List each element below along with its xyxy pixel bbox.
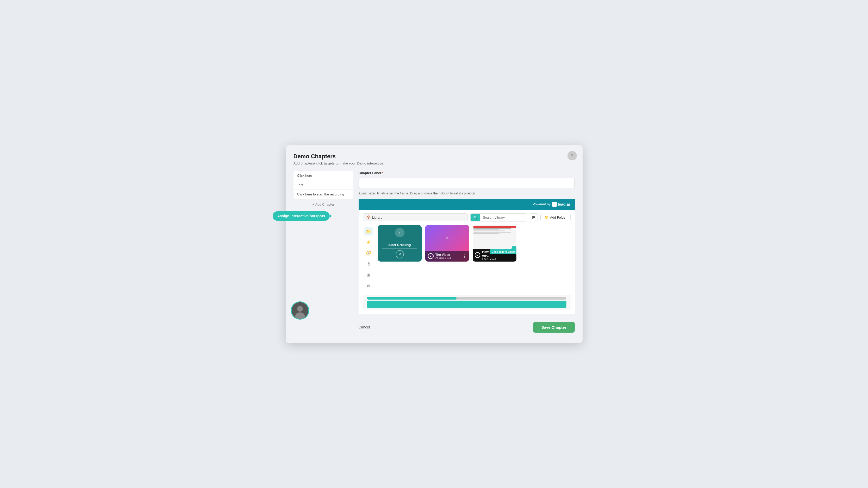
hint-text: Adjust video timeline set the frame. Dra…: [359, 192, 575, 195]
ss-bar: [473, 226, 516, 228]
screenshot-date: 6 APR 2023: [482, 257, 514, 260]
ss-row-4: [473, 232, 512, 232]
modal-title: Demo Chapters: [293, 153, 575, 160]
chapter-item-3[interactable]: Click here to start the recording: [293, 190, 353, 199]
card-start-creating-inner: ↑ Start Creating ↗: [378, 225, 422, 262]
card-video-inner: ▶ The Video 24 OCT 2024 ⋮: [425, 225, 469, 262]
cancel-button[interactable]: Cancel: [359, 325, 370, 329]
sidebar-icon-timer[interactable]: ⏱: [364, 260, 373, 268]
timeline-bar[interactable]: [367, 297, 566, 299]
share-icon-glyph: ↗: [398, 252, 401, 256]
timeline-section: [363, 295, 570, 310]
avatar-ring: [291, 301, 309, 320]
sidebar-icon-bolt[interactable]: ⚡: [364, 238, 373, 247]
card-video-title: The Video: [435, 253, 451, 257]
hotspot-tooltip: Assign interactive hotspots: [273, 212, 330, 221]
close-button[interactable]: ×: [567, 151, 577, 160]
grid-toggle-button[interactable]: ⊞: [530, 214, 538, 221]
modal-subtitle: Add chapters/ click targets to make your…: [293, 161, 575, 165]
chapter-label-input[interactable]: [359, 178, 575, 188]
ss-row-3: [473, 231, 505, 231]
save-chapter-button[interactable]: Save Chapter: [533, 322, 575, 333]
sidebar-icon-layers[interactable]: ⧉: [364, 282, 373, 290]
close-icon: ×: [570, 153, 574, 158]
sidebar-icons: 📁 ⚡ 🧭 ⏱ ⊞: [363, 225, 374, 292]
brand-u-text: u: [553, 203, 555, 206]
library-section: 🏠 Library 🔍 ⊞ 📁: [359, 210, 575, 314]
add-folder-button[interactable]: 📁 Add Folder: [540, 214, 570, 221]
compass-icon: 🧭: [366, 251, 371, 256]
ss-row-1: [473, 229, 512, 229]
sidebar-icon-compass[interactable]: 🧭: [364, 249, 373, 257]
chapter-list: Click here Test Click here to start the …: [293, 171, 353, 199]
media-cards-container: ↑ Start Creating ↗: [378, 225, 570, 262]
play-icon: ▶: [428, 253, 434, 259]
add-chapter-button[interactable]: + Add Chapter: [293, 202, 353, 206]
media-grid: 📁 ⚡ 🧭 ⏱ ⊞: [363, 225, 570, 295]
search-button[interactable]: 🔍: [471, 214, 480, 221]
right-panel: Chapter Label * Adjust video timeline se…: [359, 171, 575, 333]
search-icon: 🔍: [473, 216, 477, 219]
folder-icon-sidebar: 📁: [366, 229, 371, 234]
brand-u-icon: u: [552, 202, 557, 207]
modal-footer: Cancel Save Chapter: [359, 322, 575, 333]
library-path-label: Library: [372, 216, 382, 219]
screenshot-content: [473, 225, 517, 253]
avatar-svg: [292, 301, 308, 320]
modal-container: Demo Chapters Add chapters/ click target…: [286, 145, 583, 343]
click-text-video-badge: Click Text to Video: [490, 249, 517, 254]
screenshot-play-icon: ▶: [475, 252, 480, 258]
svg-point-2: [295, 312, 305, 319]
folder-icon: 📁: [544, 216, 549, 219]
screenshot-card[interactable]: ▶ How to do a One-on-... 6 APR 2023: [473, 225, 517, 262]
card-video-info: ▶ The Video 24 OCT 2024: [428, 253, 451, 259]
chapter-label-field-wrapper: Chapter Label *: [359, 171, 575, 188]
timer-icon: ⏱: [366, 262, 371, 266]
avatar-container: [291, 301, 309, 320]
library-toolbar: 🏠 Library 🔍 ⊞ 📁: [363, 214, 570, 222]
video-library-area: Powered by u lead.ai 🏠: [359, 199, 575, 314]
required-marker: *: [381, 171, 383, 176]
grid2-icon: ⊞: [367, 272, 370, 278]
video-header: Powered by u lead.ai: [359, 199, 575, 210]
the-video-card[interactable]: ▶ The Video 24 OCT 2024 ⋮: [425, 225, 469, 262]
bolt-icon: ⚡: [366, 240, 371, 245]
home-icon: 🏠: [366, 215, 371, 219]
ss-row-5: [473, 233, 499, 233]
share-icon: ↗: [396, 250, 404, 258]
lead-ai-logo: u lead.ai: [552, 202, 570, 207]
avatar-image: [292, 302, 308, 319]
card-video-bottom: ▶ The Video 24 OCT 2024 ⋮: [425, 251, 469, 262]
start-creating-card[interactable]: ↑ Start Creating ↗: [378, 225, 422, 262]
search-box: 🔍: [470, 214, 527, 222]
start-creating-label: Start Creating: [389, 243, 411, 247]
layers-icon: ⧉: [367, 284, 370, 288]
chapter-item-2[interactable]: Test: [293, 181, 353, 190]
powered-by-label: Powered by: [533, 202, 551, 206]
brand-name: lead.ai: [558, 202, 570, 206]
add-folder-label: Add Folder: [550, 216, 567, 219]
divider-line-2: [382, 248, 417, 249]
chapter-item-1[interactable]: Click here: [293, 171, 353, 181]
card-video-date: 24 OCT 2024: [435, 257, 451, 259]
ss-row-2: [473, 230, 499, 230]
svg-point-1: [297, 306, 303, 312]
card-screenshot-inner: ▶ How to do a One-on-... 6 APR 2023: [473, 225, 517, 262]
upload-icon: ↑: [395, 228, 404, 237]
search-input[interactable]: [480, 214, 527, 221]
sidebar-icon-grid[interactable]: ⊞: [364, 271, 373, 279]
upload-arrow-icon: ↑: [399, 230, 401, 235]
grid-icon: ⊞: [532, 215, 535, 220]
modal-body: Click here Test Click here to start the …: [293, 171, 575, 333]
screenshot-preview: [473, 225, 517, 253]
library-path[interactable]: 🏠 Library: [363, 214, 468, 221]
chapter-label-field-label: Chapter Label: [359, 171, 381, 175]
timeline-progress: [367, 297, 457, 299]
timeline-teal-bar: [367, 301, 566, 308]
card-video-text: The Video 24 OCT 2024: [435, 253, 451, 259]
powered-by: Powered by u lead.ai: [533, 202, 570, 207]
sidebar-icon-folder[interactable]: 📁: [364, 227, 373, 235]
video-dots-menu[interactable]: ⋮: [462, 254, 466, 259]
